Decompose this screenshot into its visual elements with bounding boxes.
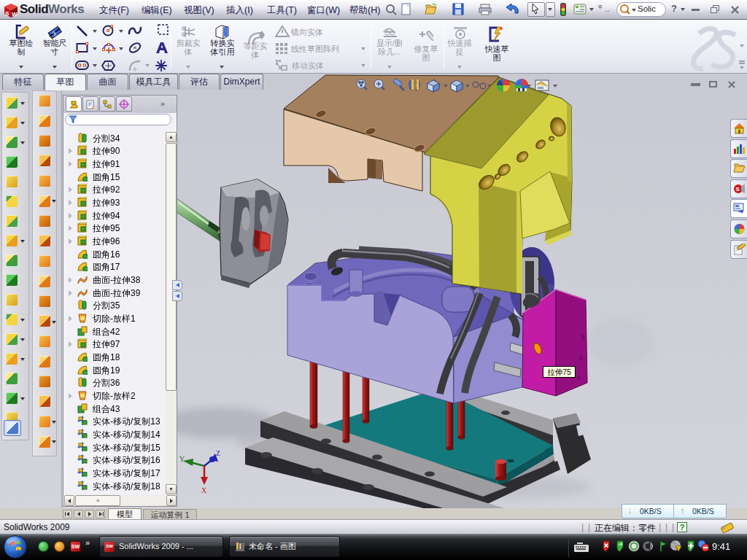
svg-text:W: W	[12, 11, 18, 18]
svg-text:S: S	[5, 10, 9, 17]
svg-text:Z: Z	[216, 449, 220, 457]
svg-text:Y: Y	[179, 455, 185, 463]
svg-text:X: X	[201, 486, 207, 494]
svg-text:S: S	[736, 186, 740, 192]
